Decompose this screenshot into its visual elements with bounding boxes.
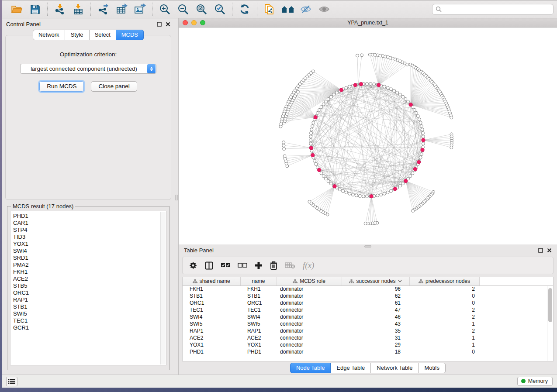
table-row[interactable]: RAP1RAP1dominator352 <box>183 327 553 334</box>
mcds-result-item[interactable]: SRD1 <box>13 254 166 261</box>
table-cell[interactable]: 46 <box>342 313 409 320</box>
network-graph[interactable] <box>179 28 557 244</box>
show-panels-button[interactable] <box>6 377 17 386</box>
mcds-result-item[interactable]: GCR1 <box>13 324 166 331</box>
close-panel-icon[interactable] <box>547 248 552 253</box>
run-mcds-button[interactable]: Run MCDS <box>39 81 84 92</box>
table-cell[interactable]: dominator <box>277 348 342 355</box>
mcds-result-item[interactable]: PHD1 <box>13 213 166 220</box>
table-cell[interactable]: RAP1 <box>183 327 240 334</box>
import-table-button[interactable] <box>70 2 86 16</box>
tab-mcds[interactable]: MCDS <box>116 30 144 40</box>
table-cell[interactable]: 2 <box>409 313 479 320</box>
table-cell[interactable]: 47 <box>342 306 409 313</box>
table-cell[interactable]: 0 <box>409 299 479 306</box>
table-scrollbar-thumb[interactable] <box>548 288 552 322</box>
table-cell[interactable]: 18 <box>342 348 409 355</box>
mcds-result-item[interactable]: PMA2 <box>13 261 166 268</box>
table-cell[interactable]: ORC1 <box>240 299 277 306</box>
table-cell[interactable]: 0 <box>409 292 479 299</box>
table-cell[interactable]: dominator <box>277 299 342 306</box>
table-cell[interactable]: dominator <box>277 313 342 320</box>
delete-column-button[interactable] <box>270 261 277 270</box>
mcds-result-item[interactable]: ACE2 <box>13 275 166 282</box>
import-network-button[interactable] <box>52 2 68 16</box>
mcds-result-item[interactable]: FKH1 <box>13 268 166 275</box>
zoom-selected-button[interactable] <box>212 2 228 16</box>
table-cell[interactable]: connector <box>277 341 342 348</box>
memory-button[interactable]: Memory <box>517 377 553 386</box>
table-cell[interactable]: YOX1 <box>240 341 277 348</box>
table-cell[interactable]: 43 <box>342 320 409 327</box>
show-all-button[interactable] <box>317 2 332 16</box>
select-all-button[interactable] <box>221 262 230 268</box>
table-cell[interactable]: SWI5 <box>240 320 277 327</box>
table-cell[interactable]: SWI4 <box>183 313 240 320</box>
table-cell[interactable]: connector <box>277 306 342 313</box>
col-header-shared-name[interactable]: shared name <box>183 277 240 285</box>
table-cell[interactable]: YOX1 <box>183 341 240 348</box>
table-cell[interactable]: RAP1 <box>240 327 277 334</box>
table-cell[interactable]: PHD1 <box>240 348 277 355</box>
node-table[interactable]: shared name name MCDS role successor nod… <box>183 277 553 355</box>
result-list-scrollbar[interactable] <box>160 212 166 364</box>
mcds-result-item[interactable]: RAP1 <box>13 296 166 303</box>
table-cell[interactable]: FKH1 <box>240 285 277 292</box>
mcds-result-item[interactable]: SWI4 <box>13 248 166 254</box>
close-panel-button[interactable]: Close panel <box>91 81 137 92</box>
network-window-titlebar[interactable]: YPA_prune.txt_1 <box>179 18 557 28</box>
mcds-result-list[interactable]: PHD1CAR1STP4TID3YOX1SWI4SRD1PMA2FKH1ACE2… <box>10 211 166 365</box>
table-cell[interactable]: ACE2 <box>183 334 240 341</box>
search-field[interactable] <box>432 4 554 15</box>
col-header-successor-nodes[interactable]: successor nodes <box>342 277 409 285</box>
mcds-result-item[interactable]: CAR1 <box>13 220 166 227</box>
table-cell[interactable]: dominator <box>277 285 342 292</box>
zoom-fit-button[interactable] <box>194 2 209 16</box>
table-cell[interactable]: connector <box>277 320 342 327</box>
zoom-in-button[interactable] <box>157 2 173 16</box>
export-table-button[interactable] <box>114 2 129 16</box>
table-row[interactable]: STB1STB1dominator620 <box>183 292 553 299</box>
optimization-criterion-select[interactable]: largest connected component (undirected) <box>20 64 156 74</box>
table-cell[interactable]: 1 <box>409 320 479 327</box>
table-row[interactable]: ORC1ORC1dominator610 <box>183 299 553 306</box>
table-cell[interactable]: 35 <box>342 327 409 334</box>
tab-motifs[interactable]: Motifs <box>419 363 446 373</box>
table-cell[interactable]: TEC1 <box>183 306 240 313</box>
tab-edge-table[interactable]: Edge Table <box>331 363 371 373</box>
table-settings-button[interactable] <box>189 261 197 270</box>
col-header-predecessor-nodes[interactable]: predecessor nodes <box>409 277 479 285</box>
tab-select[interactable]: Select <box>90 30 116 40</box>
tab-network[interactable]: Network <box>33 30 65 40</box>
table-cell[interactable]: 0 <box>409 348 479 355</box>
table-panel-grip[interactable] <box>364 245 371 248</box>
table-row[interactable]: SWI4SWI4dominator462 <box>183 313 553 320</box>
tab-network-table[interactable]: Network Table <box>371 363 419 373</box>
table-cell[interactable]: dominator <box>277 327 342 334</box>
table-cell[interactable]: 61 <box>342 299 409 306</box>
table-cell[interactable]: SWI5 <box>183 320 240 327</box>
mcds-result-item[interactable]: STB1 <box>13 303 166 310</box>
table-cell[interactable]: dominator <box>277 292 342 299</box>
table-row[interactable]: ACE2ACE2connector311 <box>183 334 553 341</box>
export-image-button[interactable] <box>132 2 148 16</box>
mcds-result-item[interactable]: STP4 <box>13 227 166 234</box>
table-cell[interactable]: ACE2 <box>240 334 277 341</box>
table-cell[interactable]: connector <box>277 334 342 341</box>
table-cell[interactable]: 2 <box>409 285 479 292</box>
panel-divider[interactable] <box>175 18 178 375</box>
table-cell[interactable]: 96 <box>342 285 409 292</box>
apply-layout-button[interactable] <box>237 2 253 16</box>
mcds-result-item[interactable]: ORC1 <box>13 289 166 296</box>
table-row[interactable]: YOX1YOX1connector291 <box>183 341 553 348</box>
column-visibility-button[interactable] <box>205 261 213 270</box>
table-cell[interactable]: TEC1 <box>240 306 277 313</box>
table-cell[interactable]: FKH1 <box>183 285 240 292</box>
table-cell[interactable]: 1 <box>409 341 479 348</box>
col-header-mcds-role[interactable]: MCDS role <box>277 277 342 285</box>
tab-style[interactable]: Style <box>65 30 90 40</box>
save-button[interactable] <box>27 2 43 16</box>
table-cell[interactable]: STB1 <box>240 292 277 299</box>
mcds-result-item[interactable]: SWI5 <box>13 310 166 317</box>
mcds-result-item[interactable]: TEC1 <box>13 317 166 324</box>
